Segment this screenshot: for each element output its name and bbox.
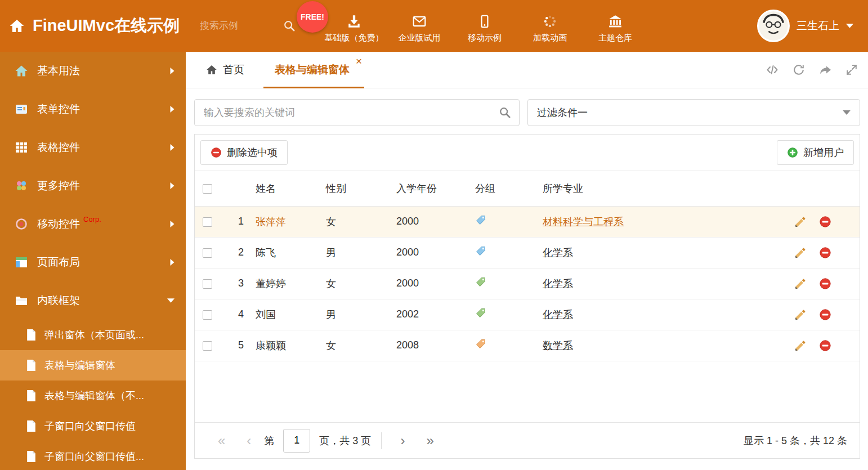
grid-panel: 删除选中项 新增用户 姓名性别入学年份分组所学专业 1张萍萍女2000材料科学与… bbox=[194, 134, 860, 459]
sidebar-subitem-popup-window[interactable]: 弹出窗体（本页面或... bbox=[0, 320, 186, 350]
app-title: FineUIMvc在线示例 bbox=[33, 15, 180, 37]
cell-name: 陈飞 bbox=[256, 237, 326, 268]
folder-icon bbox=[15, 294, 28, 307]
topnav-item-loading-animation[interactable]: 加载动画 bbox=[517, 0, 583, 52]
major-link[interactable]: 化学系 bbox=[543, 247, 573, 258]
sidebar-item-label: 表单控件 bbox=[37, 102, 80, 117]
topnav-item-mobile-demo[interactable]: 移动示例 bbox=[452, 0, 517, 52]
search-icon[interactable] bbox=[499, 106, 511, 119]
row-checkbox[interactable] bbox=[203, 310, 212, 320]
edit-icon[interactable] bbox=[794, 308, 807, 321]
pin-icon bbox=[15, 217, 28, 231]
edit-icon[interactable] bbox=[794, 247, 807, 259]
user-name: 三生石上 bbox=[797, 19, 839, 33]
row-checkbox[interactable] bbox=[203, 217, 212, 227]
edit-icon[interactable] bbox=[794, 339, 807, 352]
sidebar-item-inline-frame[interactable]: 内联框架 bbox=[0, 281, 186, 320]
top-search-input[interactable] bbox=[199, 20, 283, 32]
chevron-right-icon bbox=[170, 259, 175, 266]
shell: 基本用法表单控件表格控件更多控件移动控件Corp.页面布局内联框架弹出窗体（本页… bbox=[0, 52, 868, 470]
delete-icon[interactable] bbox=[819, 308, 831, 321]
next-page-button[interactable]: › bbox=[390, 433, 415, 449]
page-number-input[interactable] bbox=[283, 429, 310, 453]
fullscreen-icon[interactable] bbox=[845, 64, 858, 76]
user-menu[interactable]: 三生石上 bbox=[757, 10, 868, 42]
delete-icon[interactable] bbox=[819, 339, 831, 352]
sidebar-item-more-controls[interactable]: 更多控件 bbox=[0, 167, 186, 205]
table-row[interactable]: 1张萍萍女2000材料科学与工程系 bbox=[195, 206, 860, 237]
select-all-checkbox[interactable] bbox=[203, 184, 212, 194]
row-checkbox[interactable] bbox=[203, 341, 212, 351]
first-page-button[interactable]: « bbox=[207, 433, 236, 449]
grid-toolbar: 删除选中项 新增用户 bbox=[195, 135, 860, 171]
record-count-summary: 显示 1 - 5 条，共 12 条 bbox=[744, 434, 847, 447]
tab-grid-edit-window[interactable]: 表格与编辑窗体 × bbox=[263, 52, 364, 88]
major-link[interactable]: 材料科学与工程系 bbox=[543, 216, 624, 227]
sidebar-item-label: 表格控件 bbox=[37, 140, 80, 155]
tab-bar: 首页 表格与编辑窗体 × bbox=[186, 52, 868, 88]
sidebar-item-form-controls[interactable]: 表单控件 bbox=[0, 90, 186, 128]
table-row[interactable]: 3董婷婷女2000化学系 bbox=[195, 268, 860, 299]
layout-icon bbox=[15, 256, 28, 269]
cell-gender: 女 bbox=[326, 330, 396, 361]
table-row[interactable]: 2陈飞男2000化学系 bbox=[195, 237, 860, 268]
refresh-icon[interactable] bbox=[793, 64, 805, 76]
home-icon bbox=[9, 18, 25, 34]
close-icon[interactable]: × bbox=[356, 56, 362, 66]
cell-gender: 女 bbox=[326, 268, 396, 299]
row-checkbox[interactable] bbox=[203, 279, 212, 289]
spinner-icon bbox=[543, 14, 557, 29]
topnav-item-theme-store[interactable]: 主题仓库 bbox=[583, 0, 648, 52]
sidebar-item-grid-controls[interactable]: 表格控件 bbox=[0, 128, 186, 167]
sidebar-subitem-label: 表格与编辑窗体 bbox=[44, 359, 115, 372]
file-icon bbox=[26, 329, 37, 341]
app: FineUIMvc在线示例 FREE!基础版（免费）企业版试用移动示例加载动画主… bbox=[0, 0, 868, 470]
file-icon bbox=[26, 359, 37, 371]
cell-name: 康颖颖 bbox=[256, 330, 326, 361]
home-icon bbox=[206, 64, 217, 75]
sidebar-subitem-child-to-parent-2[interactable]: 子窗口向父窗口传值... bbox=[0, 441, 186, 470]
tab-home[interactable]: 首页 bbox=[195, 52, 256, 88]
column-header-actions bbox=[794, 171, 860, 206]
topnav-item-basic-free[interactable]: FREE!基础版（免费） bbox=[321, 0, 387, 52]
chevron-right-icon bbox=[170, 144, 175, 151]
sidebar-item-page-layout[interactable]: 页面布局 bbox=[0, 243, 186, 281]
sidebar-subitem-grid-edit-window-no[interactable]: 表格与编辑窗体（不... bbox=[0, 381, 186, 411]
edit-icon[interactable] bbox=[794, 216, 807, 228]
cell-row-index: 4 bbox=[226, 299, 256, 330]
major-link[interactable]: 化学系 bbox=[543, 309, 573, 320]
share-icon[interactable] bbox=[818, 63, 832, 77]
delete-icon[interactable] bbox=[819, 277, 831, 290]
delete-icon[interactable] bbox=[819, 247, 831, 259]
add-user-button[interactable]: 新增用户 bbox=[777, 140, 854, 165]
chevron-right-icon bbox=[170, 106, 175, 113]
major-link[interactable]: 数学系 bbox=[543, 340, 573, 351]
major-link[interactable]: 化学系 bbox=[543, 278, 573, 289]
prev-page-button[interactable]: ‹ bbox=[236, 433, 262, 449]
topnav-item-enterprise-trial[interactable]: 企业版试用 bbox=[387, 0, 452, 52]
table-row[interactable]: 4刘国男2002化学系 bbox=[195, 299, 860, 330]
delete-icon[interactable] bbox=[819, 216, 831, 228]
table-row[interactable]: 5康颖颖女2008数学系 bbox=[195, 330, 860, 361]
main-content: 首页 表格与编辑窗体 × 过滤条件 bbox=[186, 52, 868, 470]
filter-dropdown[interactable]: 过滤条件一 bbox=[527, 99, 860, 126]
sidebar-subitem-grid-edit-window[interactable]: 表格与编辑窗体 bbox=[0, 350, 186, 381]
download-icon bbox=[347, 14, 361, 29]
row-checkbox[interactable] bbox=[203, 248, 212, 258]
sidebar-item-mobile-controls[interactable]: 移动控件Corp. bbox=[0, 205, 186, 243]
keyword-search-input[interactable] bbox=[195, 107, 499, 119]
tab-actions bbox=[766, 52, 868, 88]
brand[interactable]: FineUIMvc在线示例 bbox=[0, 15, 184, 37]
mail-icon bbox=[412, 14, 427, 29]
cell-enrollment-year: 2000 bbox=[396, 237, 475, 268]
last-page-button[interactable]: » bbox=[415, 433, 444, 449]
search-icon[interactable] bbox=[283, 20, 296, 32]
sidebar-item-basic-usage[interactable]: 基本用法 bbox=[0, 52, 186, 90]
cell-name: 董婷婷 bbox=[256, 268, 326, 299]
edit-icon[interactable] bbox=[794, 277, 807, 290]
delete-selected-button[interactable]: 删除选中项 bbox=[200, 140, 288, 165]
filter-dropdown-value: 过滤条件一 bbox=[537, 106, 588, 119]
home-colored-icon bbox=[15, 64, 28, 78]
sidebar-subitem-child-to-parent[interactable]: 子窗口向父窗口传值 bbox=[0, 411, 186, 441]
source-code-icon[interactable] bbox=[766, 63, 779, 77]
